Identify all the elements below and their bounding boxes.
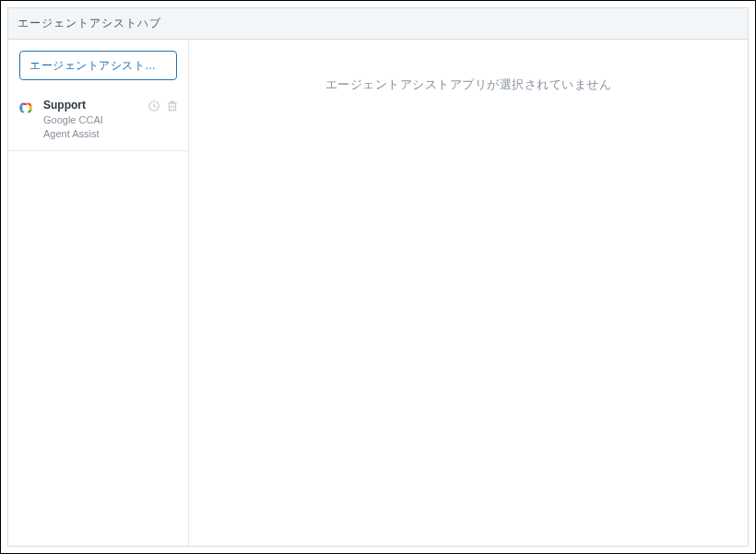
sidebar: エージェントアシストアプ... — [8, 40, 189, 546]
list-item-subtitle-line2: Agent Assist — [43, 127, 142, 141]
app-window: エージェントアシストハブ エージェントアシストアプ... — [7, 7, 749, 547]
list-item[interactable]: Support Google CCAI Agent Assist — [8, 89, 188, 151]
google-cloud-icon — [18, 100, 34, 116]
app-list: Support Google CCAI Agent Assist — [8, 89, 188, 151]
window-header: エージェントアシストハブ — [8, 8, 748, 40]
app-body: エージェントアシストアプ... — [8, 40, 748, 546]
list-item-actions — [148, 100, 179, 112]
list-item-subtitle-line1: Google CCAI — [43, 113, 142, 127]
add-agent-assist-app-button[interactable]: エージェントアシストアプ... — [19, 51, 177, 80]
history-icon[interactable] — [148, 100, 160, 112]
outer-frame: エージェントアシストハブ エージェントアシストアプ... — [0, 0, 756, 554]
trash-icon[interactable] — [166, 100, 179, 112]
window-title: エージェントアシストハブ — [18, 17, 161, 29]
empty-state-text: エージェントアシストアプリが選択されていません — [325, 77, 612, 93]
list-item-text: Support Google CCAI Agent Assist — [43, 99, 142, 141]
list-item-title: Support — [43, 99, 142, 113]
main-content: エージェントアシストアプリが選択されていません — [189, 40, 748, 546]
